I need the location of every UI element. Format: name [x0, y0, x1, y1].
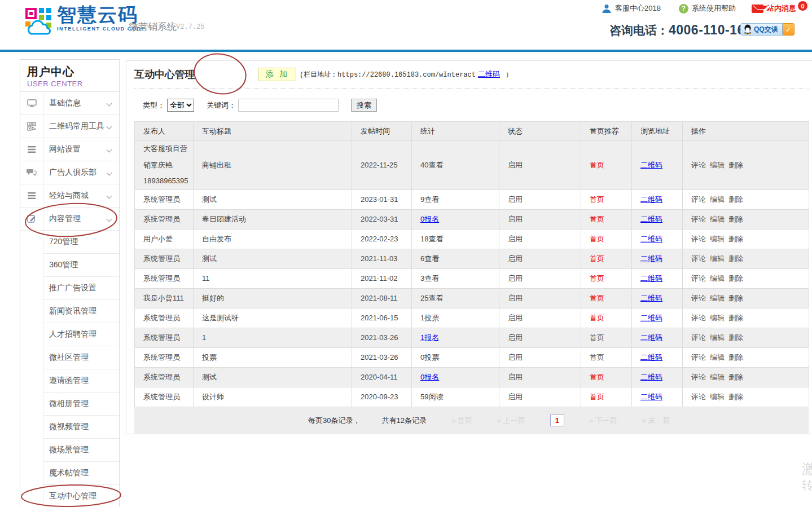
home-recommend-link[interactable]: 首页 [590, 195, 604, 204]
sidebar-item-content-management[interactable]: 内容管理 [20, 208, 119, 231]
comment-link[interactable]: 评论 [691, 161, 706, 169]
qrcode-link[interactable]: 二维码 [640, 314, 662, 322]
prev-page-link[interactable]: » 上一页 [497, 416, 525, 426]
first-page-link[interactable]: » 首页 [451, 416, 472, 426]
delete-link[interactable]: 删除 [728, 215, 743, 223]
home-recommend-link[interactable]: 首页 [590, 215, 604, 223]
qrcode-link[interactable]: 二维码 [640, 235, 662, 243]
sidebar-item-lite-site-mall[interactable]: 轻站与商城 [20, 184, 119, 208]
sidebar-subitem-magic-post-management[interactable]: 魔术帖管理 [20, 462, 119, 485]
qrcode-link[interactable]: 二维码 [640, 161, 662, 169]
edit-link[interactable]: 编辑 [710, 215, 725, 223]
home-recommend-link[interactable]: 首页 [590, 393, 604, 401]
delete-link[interactable]: 删除 [728, 254, 743, 263]
home-recommend-link[interactable]: 首页 [590, 333, 604, 342]
user-icon [602, 3, 612, 14]
sidebar-subitem-recruitment-management[interactable]: 人才招聘管理 [20, 323, 119, 346]
edit-link[interactable]: 编辑 [710, 353, 725, 361]
home-recommend-link[interactable]: 首页 [590, 353, 604, 361]
comment-link[interactable]: 评论 [691, 373, 706, 381]
sidebar-item-site-settings[interactable]: 网站设置 [20, 138, 119, 161]
qq-chat-button[interactable]: QQ交谈 ✓ [740, 23, 795, 36]
sidebar-subitem-micro-community-management[interactable]: 微社区管理 [20, 346, 119, 369]
edit-link[interactable]: 编辑 [710, 254, 725, 263]
home-recommend-link[interactable]: 首页 [590, 274, 604, 283]
edit-link[interactable]: 编辑 [710, 195, 725, 204]
sidebar-subitem-micro-video-management[interactable]: 微视频管理 [20, 416, 119, 439]
comment-link[interactable]: 评论 [691, 353, 706, 361]
qrcode-link[interactable]: 二维码 [640, 215, 662, 223]
edit-link[interactable]: 编辑 [710, 235, 725, 243]
edit-link[interactable]: 编辑 [710, 333, 725, 342]
qrcode-link[interactable]: 二维码 [640, 254, 662, 263]
edit-link[interactable]: 编辑 [710, 373, 725, 381]
comment-link[interactable]: 评论 [691, 294, 706, 302]
home-recommend-link[interactable]: 首页 [590, 373, 604, 381]
status-cell: 启用 [508, 215, 523, 223]
stat-cell[interactable]: 1报名 [420, 333, 439, 342]
search-button[interactable]: 搜索 [351, 99, 377, 112]
delete-link[interactable]: 删除 [728, 294, 743, 302]
home-recommend-link[interactable]: 首页 [590, 161, 604, 169]
comment-link[interactable]: 评论 [691, 333, 706, 342]
sidebar-subitem-news-management[interactable]: 新闻资讯管理 [20, 300, 119, 323]
qrcode-link-header[interactable]: 二维码 [478, 69, 500, 80]
qrcode-link[interactable]: 二维码 [640, 294, 662, 302]
stat-cell[interactable]: 0报名 [420, 373, 439, 381]
last-page-link[interactable]: » 末 页 [642, 416, 670, 426]
qrcode-link[interactable]: 二维码 [640, 393, 662, 401]
sidebar-subitem-interaction-center-management[interactable]: 互动中心管理 [20, 485, 119, 507]
sidebar-subitem-invitation-management[interactable]: 邀请函管理 [20, 369, 119, 393]
delete-link[interactable]: 删除 [728, 393, 743, 401]
delete-link[interactable]: 删除 [728, 353, 743, 361]
delete-link[interactable]: 删除 [728, 161, 743, 169]
system-help-link[interactable]: ? 系统使用帮助 [679, 3, 736, 14]
sidebar-subitem-micro-album-management[interactable]: 微相册管理 [20, 393, 119, 416]
delete-link[interactable]: 删除 [728, 274, 743, 283]
next-page-link[interactable]: » 下一页 [589, 416, 617, 426]
sidebar-subitem-360-management[interactable]: 360管理 [20, 254, 119, 277]
sidebar-subitem-720-management[interactable]: 720管理 [20, 231, 119, 254]
comment-link[interactable]: 评论 [691, 274, 706, 283]
home-recommend-link[interactable]: 首页 [590, 235, 604, 243]
sidebar-item-qrcode-tools[interactable]: 二维码常用工具 [20, 115, 119, 138]
comment-link[interactable]: 评论 [691, 235, 706, 243]
delete-link[interactable]: 删除 [728, 333, 743, 342]
type-select[interactable]: 全部 [167, 99, 194, 112]
edit-link[interactable]: 编辑 [710, 314, 725, 322]
per-page-info: 每页30条记录， [308, 416, 360, 426]
qrcode-link[interactable]: 二维码 [640, 195, 662, 204]
delete-link[interactable]: 删除 [728, 235, 743, 243]
sidebar-subitem-promo-ad-settings[interactable]: 推广广告设置 [20, 277, 119, 300]
stat-cell[interactable]: 0报名 [420, 215, 439, 223]
qrcode-link[interactable]: 二维码 [640, 373, 662, 381]
edit-link[interactable]: 编辑 [710, 294, 725, 302]
comment-link[interactable]: 评论 [691, 314, 706, 322]
edit-link[interactable]: 编辑 [710, 393, 725, 401]
comment-link[interactable]: 评论 [691, 393, 706, 401]
site-messages-link[interactable]: 站内消息 [752, 3, 796, 14]
sidebar-subitem-micro-scene-management[interactable]: 微场景管理 [20, 439, 119, 462]
delete-link[interactable]: 删除 [728, 373, 743, 381]
edit-link[interactable]: 编辑 [710, 161, 725, 169]
delete-link[interactable]: 删除 [728, 314, 743, 322]
keyword-input[interactable] [238, 99, 339, 112]
home-recommend-link[interactable]: 首页 [590, 294, 604, 302]
qrcode-link[interactable]: 二维码 [640, 353, 662, 361]
page-title: 互动中心管理 [134, 68, 195, 81]
sidebar-item-advertiser-club[interactable]: 广告人俱乐部 [20, 161, 119, 184]
qrcode-link[interactable]: 二维码 [640, 274, 662, 283]
service-center-link[interactable]: 客服中心2018 [602, 3, 661, 14]
home-recommend-link[interactable]: 首页 [590, 314, 604, 322]
comment-link[interactable]: 评论 [691, 254, 706, 263]
interaction-title-cell: 设计师 [202, 393, 224, 401]
comment-link[interactable]: 评论 [691, 195, 706, 204]
comment-link[interactable]: 评论 [691, 215, 706, 223]
table-row: 系统管理员这是测试呀2021-06-151投票启用首页二维码评论编辑删除 [135, 308, 809, 328]
qrcode-link[interactable]: 二维码 [640, 333, 662, 342]
delete-link[interactable]: 删除 [728, 195, 743, 204]
add-button[interactable]: 添 加 [258, 68, 296, 81]
edit-link[interactable]: 编辑 [710, 274, 725, 283]
home-recommend-link[interactable]: 首页 [590, 254, 604, 263]
sidebar-item-basic-info[interactable]: 基础信息 [20, 92, 119, 115]
